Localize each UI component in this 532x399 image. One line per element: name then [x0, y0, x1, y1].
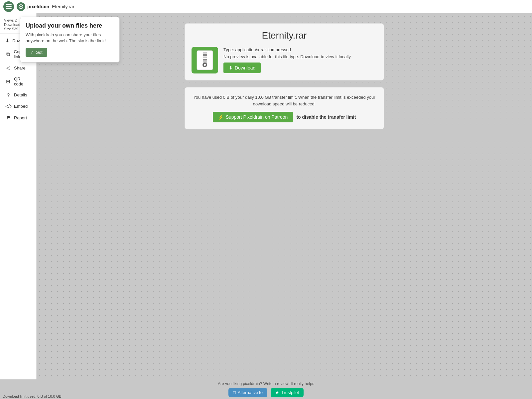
alternativeto-icon: □ — [233, 390, 236, 395]
file-info-row: Type: application/x-rar-compressed No pr… — [192, 47, 377, 73]
trustpilot-icon: ★ — [275, 390, 279, 395]
file-icon-wrap — [192, 47, 218, 73]
svg-point-4 — [20, 6, 22, 7]
file-preview-note: No preview is available for this file ty… — [223, 54, 377, 59]
checkmark-icon: ✓ — [30, 50, 34, 55]
alternativeto-button[interactable]: □ AlternativeTo — [228, 388, 267, 397]
sidebar-report-label: Report — [14, 115, 27, 120]
footer-review-text: Are you liking pixeldrain? Write a revie… — [0, 381, 532, 386]
download-icon: ⬇ — [229, 65, 233, 70]
sidebar-item-share[interactable]: ◁ Share — [1, 62, 35, 73]
trustpilot-button[interactable]: ★ Trustpilot — [271, 388, 304, 397]
rar-file-icon — [196, 50, 213, 70]
svg-rect-0 — [6, 4, 12, 5]
logo[interactable]: pixeldrain — [17, 2, 49, 11]
svg-point-12 — [204, 64, 206, 66]
sidebar-item-details[interactable]: ? Details — [1, 89, 35, 100]
bolt-icon: ⚡ — [218, 114, 224, 120]
sidebar-details-label: Details — [14, 92, 27, 97]
main-content: Eternity.rar — [37, 13, 532, 387]
qr-code-icon: ⊞ — [5, 78, 11, 84]
svg-rect-2 — [6, 8, 12, 9]
file-download-button[interactable]: ⬇ Download — [223, 63, 261, 73]
svg-rect-1 — [6, 6, 12, 7]
sidebar-item-report[interactable]: ⚑ Report — [1, 112, 35, 123]
footer: Are you liking pixeldrain? Write a revie… — [0, 379, 532, 399]
logo-text: pixeldrain — [27, 4, 49, 9]
file-type: Type: application/x-rar-compressed — [223, 47, 377, 52]
logo-icon — [17, 2, 25, 11]
sidebar-share-label: Share — [14, 66, 26, 70]
sidebar-embed-label: Embed — [14, 104, 28, 109]
share-icon: ◁ — [5, 65, 11, 71]
svg-rect-9 — [203, 59, 207, 61]
sidebar-item-qr-code[interactable]: ⊞ QR code — [1, 74, 35, 89]
footer-links: □ AlternativeTo ★ Trustpilot — [0, 388, 532, 397]
download-icon: ⬇ — [5, 38, 10, 44]
upload-tooltip: Upload your own files here With pixeldra… — [20, 17, 120, 63]
embed-icon: </> — [5, 103, 11, 109]
file-meta: Type: application/x-rar-compressed No pr… — [223, 47, 377, 73]
report-icon: ⚑ — [5, 115, 11, 121]
transfer-disable-text: to disable the transfer limit — [296, 114, 356, 120]
details-icon: ? — [5, 92, 11, 98]
sidebar-item-embed[interactable]: </> Embed — [1, 101, 35, 112]
sidebar-qr-label: QR code — [14, 76, 31, 86]
file-title: Eternity.rar — [192, 30, 377, 41]
copy-link-icon: ⧉ — [5, 51, 11, 57]
sidebar: Views 2 Downloads 8 Size 539 ⬇ Download … — [0, 13, 37, 387]
header: pixeldrain Eternity.rar — [0, 0, 532, 13]
tooltip-title: Upload your own files here — [26, 22, 114, 29]
status-bar: Download limit used: 0 B of 10.0 GB — [0, 394, 64, 399]
got-button[interactable]: ✓ Got — [26, 48, 47, 57]
menu-button[interactable] — [3, 1, 14, 12]
svg-rect-7 — [203, 54, 207, 56]
patreon-support-button[interactable]: ⚡ Support Pixeldrain on Patreon — [213, 112, 293, 122]
transfer-text: You have used 0 B of your daily 10.0 GB … — [192, 94, 377, 107]
header-filename: Eternity.rar — [52, 4, 74, 9]
svg-rect-6 — [203, 52, 207, 54]
tooltip-body: With pixeldrain you can share your files… — [26, 32, 114, 44]
svg-rect-8 — [203, 57, 207, 58]
transfer-section: You have used 0 B of your daily 10.0 GB … — [185, 87, 384, 129]
file-card: Eternity.rar — [185, 23, 384, 80]
